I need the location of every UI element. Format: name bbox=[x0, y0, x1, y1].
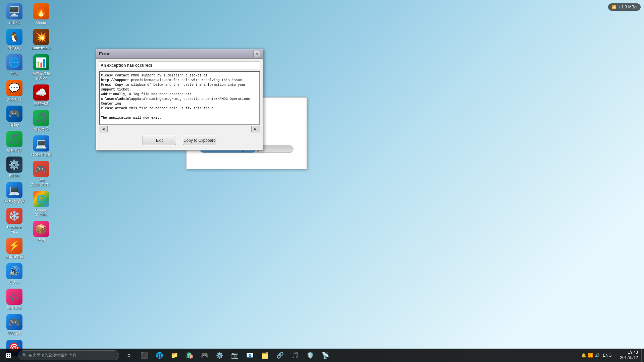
taskbar-app7[interactable]: 🎵 bbox=[288, 349, 302, 362]
taskbar-explorer[interactable]: 📁 bbox=[168, 349, 181, 362]
taskbar-tray: 🔔 📶 🔊 ENG bbox=[578, 353, 617, 358]
desktop-icons: 🖥️ 计算机 🐧 腾讯QQ 🌐 网络 💬 淘淘旺旺 🎮 Uplay 🎵 bbox=[2, 2, 54, 362]
icon-fan[interactable]: 🔊 扩大... bbox=[2, 261, 27, 286]
taskbar-store[interactable]: 🛍️ bbox=[183, 349, 196, 362]
icon-uplay[interactable]: 🎮 Uplay bbox=[2, 104, 27, 129]
icon-360game[interactable]: 🎮 360游戏 bbox=[2, 312, 27, 337]
taskbar-language[interactable]: ENG bbox=[601, 353, 613, 358]
tray-network[interactable]: 📶 bbox=[588, 353, 593, 358]
taskbar-edge[interactable]: 🌐 bbox=[153, 349, 166, 362]
network-speed-indicator: 📶 ↓ 1.3 MB/s bbox=[608, 3, 641, 11]
taskbar-clock[interactable]: 19:43 2017/5/12 bbox=[617, 350, 641, 360]
taskbar-time: 19:43 bbox=[620, 350, 638, 355]
icon-origin[interactable]: 🔥 Origin bbox=[29, 2, 54, 26]
icon-qq[interactable]: 🐧 腾讯QQ bbox=[2, 27, 27, 52]
taskbar-app1[interactable]: 🎮 bbox=[198, 349, 211, 362]
scroll-left-arrow[interactable]: ◄ bbox=[99, 126, 108, 132]
icon-qqmusic[interactable]: 🎵 酷狗音乐 bbox=[2, 129, 27, 154]
network-icon: 📶 bbox=[611, 5, 616, 9]
taskbar-app8[interactable]: 🛡️ bbox=[304, 349, 317, 362]
taskbar-date: 2017/5/12 bbox=[620, 355, 638, 361]
dialog-body: An exception has occured! Please contact… bbox=[96, 59, 263, 150]
error-dialog: Error ✕ An exception has occured! Please… bbox=[96, 49, 263, 150]
icon-music2[interactable]: 🎶 酷狗音乐 bbox=[2, 287, 27, 312]
exit-button[interactable]: Exit bbox=[143, 136, 176, 145]
icon-steam[interactable]: ⚙️ Steam bbox=[2, 155, 27, 180]
dialog-buttons: Exit Copy to Clipboard bbox=[99, 133, 260, 147]
dialog-titlebar: Error ✕ bbox=[96, 49, 263, 59]
taskbar-app5[interactable]: 🗂️ bbox=[258, 349, 272, 362]
taskbar-running-apps: ○ ⬛ 🌐 📁 🛍️ 🎮 ⚙️ 📷 📧 🗂️ 🔗 🎵 🛡️ 📡 bbox=[121, 349, 578, 362]
icon-column-1: 🖥️ 计算机 🐧 腾讯QQ 🌐 网络 💬 淘淘旺旺 🎮 Uplay 🎵 bbox=[2, 2, 27, 362]
taskbar-app4[interactable]: 📧 bbox=[243, 349, 257, 362]
icon-taobao[interactable]: 💬 淘淘旺旺 bbox=[2, 78, 27, 103]
tray-notification[interactable]: 🔔 bbox=[581, 353, 586, 358]
taskbar-app3[interactable]: 📷 bbox=[228, 349, 241, 362]
desktop: 📶 ↓ 1.3 MB/s 🖥️ 计算机 🐧 腾讯QQ 🌐 网络 💬 淘淘旺旺 bbox=[0, 0, 644, 362]
dialog-error-text[interactable]: Please contact PMDG support by submittin… bbox=[99, 71, 260, 125]
taskbar-app2[interactable]: ⚙️ bbox=[213, 349, 226, 362]
icon-column-2: 🔥 Origin 💥 Battlefield 1 📊 呼啸而过量管家×2 ☁️ … bbox=[29, 2, 54, 362]
show-desktop-button[interactable] bbox=[641, 349, 644, 362]
taskbar-cortana[interactable]: ○ bbox=[122, 349, 136, 362]
tray-volume[interactable]: 🔊 bbox=[595, 353, 600, 358]
icon-network[interactable]: 🌐 网络 bbox=[2, 53, 27, 77]
icon-yinle[interactable]: 🎵 酷狗音乐 bbox=[29, 108, 54, 133]
network-speed: ↓ 1.3 MB/s bbox=[618, 5, 637, 9]
dialog-close-button[interactable]: ✕ bbox=[253, 51, 260, 57]
taskbar-app9[interactable]: 📡 bbox=[319, 349, 332, 362]
icon-computer[interactable]: 🖥️ 计算机 bbox=[2, 2, 27, 26]
scroll-right-arrow[interactable]: ► bbox=[251, 126, 260, 132]
icon-360sw[interactable]: 💻 360软件管家 bbox=[2, 180, 27, 205]
icon-live[interactable]: 📊 呼啸而过量管家×2 bbox=[29, 53, 54, 82]
icon-chrome[interactable]: 🌐 Google Chrome bbox=[29, 189, 54, 219]
taskbar: ⊞ 🔍 在这里输入您要搜索的内容 ○ ⬛ 🌐 📁 🛍️ 🎮 ⚙️ 📷 📧 🗂️ … bbox=[0, 349, 644, 362]
search-icon: 🔍 bbox=[22, 353, 27, 358]
taskbar-task-view[interactable]: ⬛ bbox=[138, 349, 151, 362]
search-placeholder: 在这里输入您要搜索的内容 bbox=[28, 353, 76, 358]
icon-tom[interactable]: 🎮 Tom Clancy's R... bbox=[29, 159, 54, 188]
icon-163[interactable]: ☁️ 三战网盘 bbox=[29, 83, 54, 108]
icon-jisu[interactable]: ⚡ 迅雷加速器 bbox=[2, 236, 27, 261]
start-button[interactable]: ⊞ bbox=[0, 349, 17, 362]
dialog-title: Error bbox=[99, 51, 110, 56]
icon-360sw2[interactable]: 💻 360软件管家 bbox=[29, 134, 54, 159]
taskbar-app6[interactable]: 🔗 bbox=[273, 349, 287, 362]
icon-frostbite[interactable]: ❄️ Frostbite Fa... bbox=[2, 206, 27, 235]
taskbar-search[interactable]: 🔍 在这里输入您要搜索的内容 bbox=[18, 350, 119, 360]
dialog-header: An exception has occured! bbox=[99, 61, 260, 69]
icon-apps[interactable]: 📦 应用 bbox=[29, 219, 54, 244]
dialog-nav-arrows: ◄ ► bbox=[99, 125, 260, 133]
copy-clipboard-button[interactable]: Copy to Clipboard bbox=[183, 136, 216, 145]
icon-bf1[interactable]: 💥 Battlefield 1 bbox=[29, 27, 54, 52]
